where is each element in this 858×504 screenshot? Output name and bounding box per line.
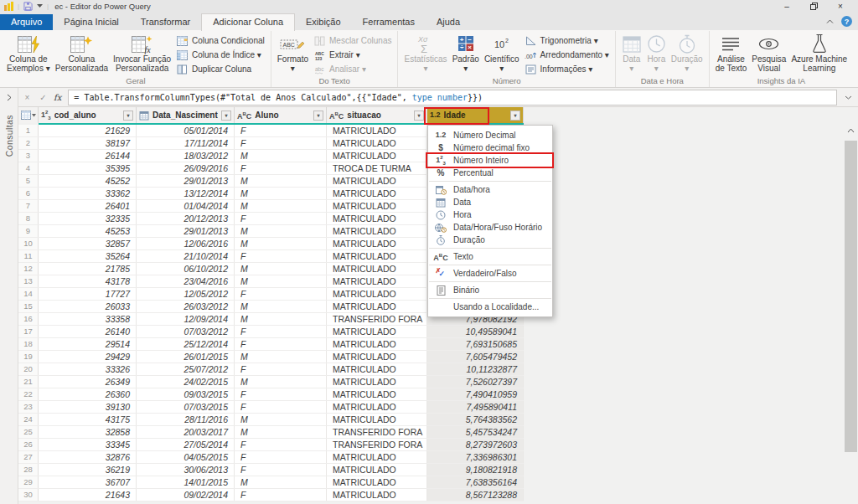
select-all-columns-button[interactable] (18, 107, 39, 123)
collapse-ribbon-icon[interactable] (826, 19, 834, 23)
cell-situacao[interactable]: MATRICULADO (327, 188, 427, 199)
cell-data-nascimento[interactable]: 26/03/2012 (137, 301, 235, 312)
row-number[interactable]: 22 (18, 388, 39, 400)
cell-data-nascimento[interactable]: 18/03/2012 (137, 150, 235, 162)
menu-item-data[interactable]: Data (428, 196, 552, 208)
cell-aluno[interactable]: M (235, 376, 327, 388)
column-header-situacao[interactable]: ABCsituacao▾ (327, 107, 427, 123)
cell-data-nascimento[interactable]: 20/03/2017 (137, 426, 235, 438)
cell-data-nascimento[interactable]: 29/01/2013 (137, 175, 235, 187)
row-number[interactable]: 29 (18, 476, 39, 488)
cell-aluno[interactable]: F (235, 464, 327, 476)
cell-idade[interactable]: 9,180821918 (427, 464, 524, 476)
cell-situacao[interactable]: MATRICULADO (327, 489, 427, 501)
cell-situacao[interactable]: MATRICULADO (327, 238, 427, 249)
expand-formula-bar-icon[interactable] (842, 95, 855, 100)
formato-button[interactable]: ABCFormato▾ (275, 32, 311, 74)
column-header-data-nascimento[interactable]: Data_Nascimento▾ (137, 107, 235, 123)
analisar-button[interactable]: abcAnalisar ▾ (311, 62, 394, 76)
cell-aluno[interactable]: M (235, 313, 327, 325)
column-header-aluno[interactable]: ABCAluno▾ (235, 107, 327, 123)
cell-cod-aluno[interactable]: 26144 (39, 150, 137, 162)
row-number[interactable]: 26 (18, 439, 39, 450)
cell-aluno[interactable]: M (235, 476, 327, 488)
cell-cod-aluno[interactable]: 36219 (39, 464, 137, 476)
cell-cod-aluno[interactable]: 21643 (39, 489, 137, 501)
row-number[interactable]: 25 (18, 426, 39, 438)
row-number[interactable]: 4 (18, 162, 39, 174)
mesclar-colunas-button[interactable]: Mesclar Colunas (311, 33, 394, 48)
coluna-de-exemplos-button[interactable]: Coluna deExemplos ▾ (4, 32, 53, 74)
cell-cod-aluno[interactable]: 39130 (39, 401, 137, 413)
cell-aluno[interactable]: F (235, 213, 327, 224)
menu-item-verdadeiro-falso[interactable]: ✗✓Verdadeiro/Falso (428, 267, 552, 280)
cell-data-nascimento[interactable]: 21/10/2014 (137, 250, 235, 262)
cell-cod-aluno[interactable]: 21629 (39, 125, 137, 136)
cell-aluno[interactable]: F (235, 439, 327, 450)
quick-access-dropdown-icon[interactable] (37, 4, 43, 8)
duracao-button[interactable]: Duração▾ (669, 32, 706, 74)
menu-item-data-hora-fuso-horario[interactable]: Data/Hora/Fuso Horário (428, 221, 552, 234)
cell-cod-aluno[interactable]: 33326 (39, 363, 137, 375)
cell-data-nascimento[interactable]: 25/07/2012 (137, 363, 235, 375)
cell-situacao[interactable]: MATRICULADO (327, 301, 427, 312)
cell-aluno[interactable]: F (235, 125, 327, 136)
estatisticas-button[interactable]: XσΣEstatísticas▾ (401, 32, 449, 74)
cell-cod-aluno[interactable]: 32876 (39, 451, 137, 463)
cell-idade[interactable]: 10,49589041 (427, 326, 524, 337)
maximize-button[interactable] (800, 3, 827, 10)
cell-situacao[interactable]: TRANSFERIDO FORA (327, 313, 427, 325)
cell-situacao[interactable]: TRANSFERIDO FORA (327, 426, 427, 438)
tab-arquivo[interactable]: Arquivo (0, 14, 53, 30)
row-number[interactable]: 12 (18, 263, 39, 275)
analise-de-texto-button[interactable]: Análisede Texto (713, 32, 750, 74)
cell-cod-aluno[interactable]: 33345 (39, 439, 137, 450)
cell-situacao[interactable]: MATRICULADO (327, 275, 427, 287)
row-number[interactable]: 21 (18, 376, 39, 388)
cell-aluno[interactable]: F (235, 250, 327, 262)
cell-idade[interactable]: 7,526027397 (427, 376, 524, 388)
cell-data-nascimento[interactable]: 12/05/2012 (137, 288, 235, 300)
cell-cod-aluno[interactable]: 26349 (39, 376, 137, 388)
cell-situacao[interactable]: MATRICULADO (327, 376, 427, 388)
cell-situacao[interactable]: MATRICULADO (327, 125, 427, 136)
cell-aluno[interactable]: M (235, 426, 327, 438)
cell-data-nascimento[interactable]: 09/03/2015 (137, 388, 235, 400)
cell-data-nascimento[interactable]: 14/01/2015 (137, 476, 235, 488)
cell-situacao[interactable]: MATRICULADO (327, 326, 427, 337)
cell-data-nascimento[interactable]: 05/01/2014 (137, 125, 235, 136)
row-number[interactable]: 24 (18, 414, 39, 425)
cell-data-nascimento[interactable]: 23/04/2016 (137, 275, 235, 287)
cell-idade[interactable]: 7,605479452 (427, 351, 524, 363)
minimize-button[interactable]: – (773, 0, 800, 13)
data-button[interactable]: Data▾ (619, 32, 644, 74)
cell-cod-aluno[interactable]: 32857 (39, 238, 137, 249)
trigonometria-button[interactable]: Trigonometria ▾ (522, 33, 612, 48)
cell-idade[interactable]: 7,490410959 (427, 388, 524, 400)
cell-cod-aluno[interactable]: 32335 (39, 213, 137, 224)
cell-cod-aluno[interactable]: 26360 (39, 388, 137, 400)
padrao-button[interactable]: +−÷×Padrão▾ (450, 32, 482, 74)
cell-cod-aluno[interactable]: 35395 (39, 162, 137, 174)
cell-aluno[interactable]: F (235, 388, 327, 400)
cell-data-nascimento[interactable]: 28/11/2016 (137, 414, 235, 425)
cell-data-nascimento[interactable]: 12/06/2016 (137, 238, 235, 249)
cell-aluno[interactable]: M (235, 175, 327, 187)
menu-item-percentual[interactable]: %Percentual (428, 167, 552, 179)
expand-queries-icon[interactable] (7, 94, 12, 101)
cell-data-nascimento[interactable]: 12/09/2014 (137, 313, 235, 325)
cientifico-button[interactable]: 102Científico▾ (482, 32, 522, 74)
column-filter-icon[interactable]: ▾ (123, 111, 133, 121)
cell-aluno[interactable]: M (235, 301, 327, 312)
invocar-funcao-personalizada-button[interactable]: fxInvocar FunçãoPersonalizada (111, 32, 173, 74)
hora-button[interactable]: Hora▾ (644, 32, 669, 74)
row-number[interactable]: 20 (18, 363, 39, 375)
column-filter-icon[interactable]: ▾ (510, 111, 520, 121)
help-button[interactable]: ? (841, 16, 852, 27)
cell-data-nascimento[interactable]: 26/01/2015 (137, 351, 235, 363)
cell-idade[interactable]: 8,567123288 (427, 489, 524, 501)
cell-aluno[interactable]: F (235, 489, 327, 501)
cell-situacao[interactable]: MATRICULADO (327, 388, 427, 400)
menu-item-numero-inteiro[interactable]: 123Número Inteiro (428, 154, 552, 167)
row-number[interactable]: 13 (18, 275, 39, 287)
